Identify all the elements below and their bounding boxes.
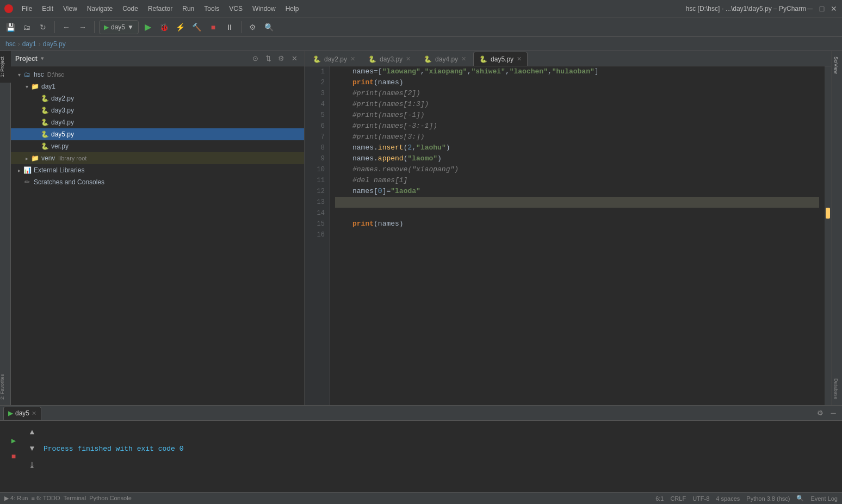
close-button[interactable]: ✕	[830, 5, 838, 13]
day1-label: day1	[41, 83, 55, 90]
tab-close-day3[interactable]: ✕	[406, 55, 411, 63]
run-coverage-button[interactable]: ⚡	[174, 20, 188, 34]
code-line-7[interactable]: #print(names[3:])	[335, 132, 819, 142]
code-line-3[interactable]: #print(names[2])	[335, 88, 819, 99]
menu-window[interactable]: Window	[248, 4, 280, 14]
tab-close-day2[interactable]: ✕	[350, 55, 355, 63]
run-tab[interactable]: ▶ day5 ✕	[3, 407, 41, 420]
menu-code[interactable]: Code	[118, 4, 143, 14]
scroll-end-btn[interactable]: ⤓	[25, 458, 39, 472]
tree-item-hsc[interactable]: ▾ 🗂 hsc D:\hsc	[11, 69, 304, 80]
sciview-tab[interactable]: SciView	[832, 53, 842, 77]
code-line-8[interactable]: names.insert(2,"laohu")	[335, 142, 819, 153]
run-button[interactable]: ▶	[141, 20, 155, 34]
run-status-btn[interactable]: ▶ 4: Run	[4, 495, 28, 502]
minimize-button[interactable]: ─	[806, 5, 814, 13]
tree-item-venv[interactable]: ▸ 📁 venv library root	[11, 152, 304, 164]
code-line-16[interactable]	[335, 229, 819, 240]
code-line-11[interactable]: #del names[1]	[335, 175, 819, 186]
code-line-4[interactable]: #print(names[1:3])	[335, 99, 819, 110]
tab-day2[interactable]: 🐍 day2.py ✕	[307, 52, 361, 66]
breadcrumb-day1[interactable]: day1	[22, 40, 36, 48]
tree-item-day2[interactable]: ▸ 🐍 day2.py	[11, 92, 304, 104]
menu-file[interactable]: File	[17, 4, 36, 14]
line-ending[interactable]: CRLF	[670, 495, 686, 502]
todo-status-btn[interactable]: ≡ 6: TODO	[31, 495, 60, 502]
run-play-btn[interactable]: ▶	[7, 433, 21, 447]
run-tab-close[interactable]: ✕	[32, 410, 36, 417]
build-button[interactable]: 🔨	[190, 20, 204, 34]
stop-button[interactable]: ■	[206, 20, 220, 34]
code-line-2[interactable]: print(names)	[335, 77, 819, 88]
breadcrumb-day5[interactable]: day5.py	[43, 40, 66, 48]
gear-icon[interactable]: ⚙	[276, 53, 287, 64]
save-button[interactable]: 💾	[3, 20, 17, 34]
tree-item-day1[interactable]: ▾ 📁 day1	[11, 80, 304, 92]
synchronize-button[interactable]: ↻	[36, 20, 50, 34]
tree-item-scratches[interactable]: ▸ ✏ Scratches and Consoles	[11, 176, 304, 188]
code-line-15[interactable]: print(names)	[335, 219, 819, 229]
tab-day4[interactable]: 🐍 day4.py ✕	[418, 52, 472, 66]
tab-close-day4[interactable]: ✕	[461, 55, 466, 63]
tab-day5[interactable]: 🐍 day5.py ✕	[473, 52, 528, 66]
code-line-14[interactable]	[335, 208, 819, 219]
scroll-down-btn[interactable]: ▼	[25, 441, 39, 456]
tree-item-ver[interactable]: ▸ 🐍 ver.py	[11, 140, 304, 152]
code-line-6[interactable]: #print(names[-3:-1])	[335, 121, 819, 132]
menu-vcs[interactable]: VCS	[225, 4, 247, 14]
breadcrumb-hsc[interactable]: hsc	[5, 40, 16, 48]
maximize-button[interactable]: □	[818, 5, 826, 13]
code-line-13[interactable]	[335, 197, 819, 208]
tree-item-day4[interactable]: ▸ 🐍 day4.py	[11, 116, 304, 128]
debug-button[interactable]: 🐞	[157, 20, 171, 34]
search-status-icon: 🔍	[796, 495, 804, 502]
tree-item-external[interactable]: ▸ 📊 External Libraries	[11, 164, 304, 176]
settings-button[interactable]: ⚙	[246, 20, 260, 34]
event-log[interactable]: Event Log	[810, 495, 838, 502]
back-button[interactable]: ←	[59, 20, 73, 34]
bottom-tab-actions: ⚙ ─	[815, 408, 839, 419]
sidebar-tab-project[interactable]: 1: Project	[0, 51, 11, 83]
terminal-status-btn[interactable]: Terminal	[64, 495, 86, 502]
code-line-5[interactable]: #print(names[-1])	[335, 110, 819, 121]
code-line-10[interactable]: #names.remove("xiaopang")	[335, 164, 819, 175]
database-tab[interactable]: Database	[832, 375, 842, 403]
tree-item-day5[interactable]: ▸ 🐍 day5.py	[11, 128, 304, 140]
run-stop-btn[interactable]: ■	[7, 450, 21, 464]
title-bar: File Edit View Navigate Code Refactor Ru…	[0, 0, 842, 17]
process-output: Process finished with exit code 0	[44, 445, 183, 453]
menu-tools[interactable]: Tools	[200, 4, 224, 14]
python-interpreter[interactable]: Python 3.8 (hsc)	[746, 495, 790, 502]
menu-navigate[interactable]: Navigate	[83, 4, 117, 14]
save-all-button[interactable]: 🗂	[20, 20, 34, 34]
menu-help[interactable]: Help	[281, 4, 304, 14]
sidebar-tab-favorites[interactable]: 2: Favorites	[0, 369, 11, 405]
locate-button[interactable]: ⊙	[250, 53, 261, 64]
cursor-position[interactable]: 6:1	[655, 495, 664, 502]
favorites-tab-label: 2: Favorites	[0, 374, 5, 400]
encoding[interactable]: UTF-8	[692, 495, 709, 502]
suspend-button[interactable]: ⏸	[222, 20, 237, 34]
bottom-minimize-icon[interactable]: ─	[828, 408, 839, 419]
editor-scrollbar[interactable]	[825, 66, 831, 405]
code-line-12[interactable]: names[0]="laoda"	[335, 186, 819, 197]
code-content[interactable]: names=["laowang","xiaopang","shiwei","la…	[330, 66, 825, 405]
scroll-up-btn[interactable]: ▲	[25, 425, 39, 439]
close-panel-button[interactable]: ✕	[289, 53, 300, 64]
bottom-settings-icon[interactable]: ⚙	[815, 408, 826, 419]
menu-run[interactable]: Run	[178, 4, 199, 14]
forward-button[interactable]: →	[76, 20, 90, 34]
menu-refactor[interactable]: Refactor	[144, 4, 177, 14]
menu-edit[interactable]: Edit	[38, 4, 58, 14]
python-console-btn[interactable]: Python Console	[89, 495, 132, 502]
tab-close-day5[interactable]: ✕	[517, 55, 522, 63]
tab-day3[interactable]: 🐍 day3.py ✕	[362, 52, 417, 66]
search-button[interactable]: 🔍	[262, 20, 276, 34]
indent-info[interactable]: 4 spaces	[716, 495, 740, 502]
code-line-9[interactable]: names.append("laomo")	[335, 153, 819, 164]
run-configuration[interactable]: ▶ day5 ▼	[99, 20, 139, 34]
menu-view[interactable]: View	[59, 4, 82, 14]
tree-item-day3[interactable]: ▸ 🐍 day3.py	[11, 104, 304, 116]
expand-button[interactable]: ⇅	[263, 53, 274, 64]
code-line-1[interactable]: names=["laowang","xiaopang","shiwei","la…	[335, 66, 819, 77]
